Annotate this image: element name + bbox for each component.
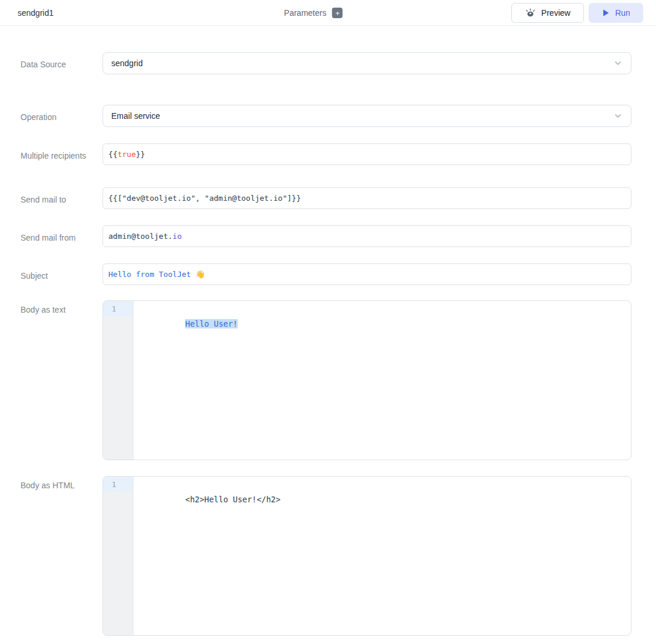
query-form: Data Source sendgrid Operation Email ser… [0, 26, 656, 636]
subject-value: Hello from ToolJet 👋 [108, 270, 205, 279]
line-number: 1 [103, 302, 133, 316]
parameters-section: Parameters + [284, 0, 343, 26]
body-text-label: Body as text [20, 300, 102, 460]
eye-icon [525, 8, 536, 18]
run-button[interactable]: Run [589, 3, 643, 23]
play-icon [602, 9, 610, 17]
send-mail-to-input[interactable]: {{["dev@tooljet.io", "admin@tooljet.io"]… [102, 187, 631, 209]
operation-label: Operation [20, 105, 102, 127]
plus-icon: + [335, 8, 340, 18]
multiple-recipients-input[interactable]: {{true}} [102, 143, 631, 165]
send-mail-to-label: Send mail to [20, 187, 102, 209]
multiple-recipients-label: Multiple recipients [20, 143, 102, 165]
line-number: 1 [103, 477, 133, 492]
operation-value: Email service [111, 111, 160, 121]
body-text-value: Hello User! [185, 319, 237, 328]
chevron-down-icon [613, 59, 623, 68]
code-braces-close: }} [136, 150, 145, 159]
line-number-gutter: 1 [103, 301, 134, 460]
send-mail-from-label: Send mail from [20, 225, 102, 247]
send-mail-from-row: Send mail from admin@tooljet.io [20, 225, 631, 247]
send-mail-to-row: Send mail to {{["dev@tooljet.io", "admin… [20, 187, 631, 209]
operation-select[interactable]: Email service [102, 105, 631, 127]
topbar-actions: Preview Run [511, 3, 643, 23]
data-source-value: sendgrid [111, 59, 143, 68]
body-html-row: Body as HTML 1 <h2>Hello User!</h2> [20, 476, 631, 636]
preview-button-label: Preview [541, 8, 570, 18]
operation-row: Operation Email service [20, 105, 631, 127]
code-keyword: true [118, 150, 136, 159]
data-source-select[interactable]: sendgrid [102, 52, 631, 74]
body-html-label: Body as HTML [20, 476, 102, 636]
chevron-down-icon [613, 111, 623, 121]
body-html-value: <h2>Hello User!</h2> [185, 495, 281, 504]
preview-button[interactable]: Preview [511, 3, 584, 23]
line-number-gutter: 1 [103, 477, 134, 635]
send-mail-from-tld: io [173, 232, 182, 241]
multiple-recipients-row: Multiple recipients {{true}} [20, 143, 631, 165]
body-text-code-area[interactable]: Hello User! [134, 301, 631, 460]
data-source-label: Data Source [20, 52, 102, 74]
subject-label: Subject [20, 263, 102, 285]
data-source-row: Data Source sendgrid [20, 52, 631, 74]
subject-input[interactable]: Hello from ToolJet 👋 [102, 263, 631, 285]
body-text-editor[interactable]: 1 Hello User! [102, 300, 631, 460]
send-mail-from-input[interactable]: admin@tooljet.io [102, 225, 631, 247]
parameters-label: Parameters [284, 8, 326, 18]
subject-row: Subject Hello from ToolJet 👋 [20, 263, 631, 285]
send-mail-from-value: admin@tooljet. [108, 232, 173, 241]
query-name[interactable]: sendgrid1 [18, 8, 54, 18]
body-html-editor[interactable]: 1 <h2>Hello User!</h2> [102, 476, 631, 636]
add-parameter-button[interactable]: + [332, 8, 343, 18]
code-braces-open: {{ [108, 150, 118, 159]
body-html-code-area[interactable]: <h2>Hello User!</h2> [134, 477, 631, 635]
send-mail-to-value: {{["dev@tooljet.io", "admin@tooljet.io"]… [108, 194, 301, 203]
run-button-label: Run [615, 8, 630, 18]
query-editor-topbar: sendgrid1 Parameters + Preview [0, 0, 656, 26]
body-text-row: Body as text 1 Hello User! [20, 300, 631, 460]
